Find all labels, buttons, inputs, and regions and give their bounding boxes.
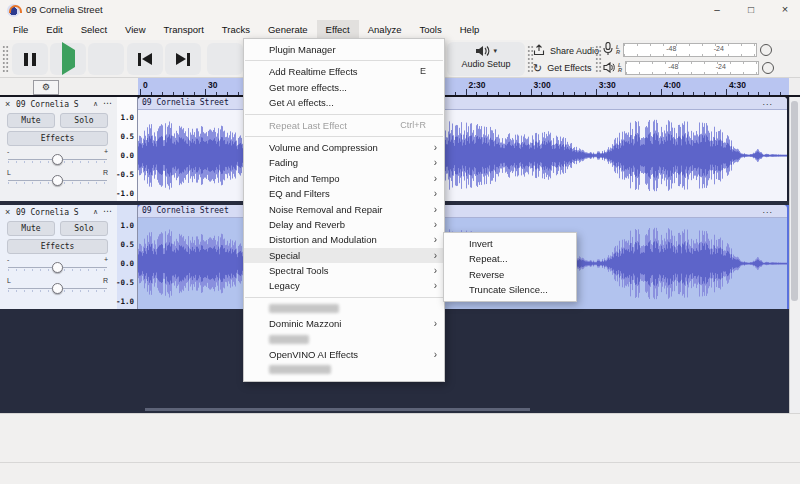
menubar-item-tracks[interactable]: Tracks	[213, 20, 259, 40]
pause-button[interactable]	[12, 43, 48, 75]
pan-slider-thumb[interactable]	[52, 175, 63, 186]
gain-slider[interactable]: -+	[7, 148, 108, 166]
menu-item-repeat[interactable]: Repeat...	[444, 251, 576, 266]
menubar-item-help[interactable]: Help	[451, 20, 489, 40]
menubar-item-view[interactable]: View	[116, 20, 154, 40]
share-icon	[533, 44, 545, 58]
submenu-arrow-icon: ›	[434, 278, 437, 293]
clip-header[interactable]: 09 Cornelia Street ...	[138, 205, 787, 218]
submenu-arrow-icon: ›	[434, 186, 437, 201]
meter-toolbar-grip[interactable]	[595, 45, 602, 73]
menu-item-repeat-last-effect[interactable]: Repeat Last EffectCtrl+R	[244, 118, 444, 133]
menu-item-reverse[interactable]: Reverse	[444, 267, 576, 282]
pan-slider-thumb[interactable]	[52, 283, 63, 294]
menu-item-eq-and-filters[interactable]: EQ and Filters›	[244, 186, 444, 201]
recording-volume-knob[interactable]	[760, 44, 772, 56]
playback-volume-knob[interactable]	[762, 62, 774, 74]
solo-button[interactable]: Solo	[60, 221, 108, 236]
menu-item-redacted[interactable]	[244, 362, 444, 377]
effects-button[interactable]: Effects	[7, 131, 108, 146]
menu-item-plugin-manager[interactable]: Plugin Manager	[244, 42, 444, 57]
track-close-icon[interactable]: ×	[5, 207, 10, 217]
menu-item-redacted[interactable]	[244, 332, 444, 347]
timeline-options-gear-button[interactable]: ⚙	[33, 80, 59, 95]
mute-button[interactable]: Mute	[7, 113, 55, 128]
vertical-scale-ruler[interactable]: 1.0 0.5 0.0 -0.5 -1.0	[117, 97, 138, 201]
record-button[interactable]	[207, 43, 243, 75]
menubar-item-select[interactable]: Select	[72, 20, 116, 40]
skip-to-end-icon	[176, 53, 190, 66]
submenu-arrow-icon: ›	[434, 316, 437, 331]
recording-meter[interactable]: LR -48-24	[603, 42, 789, 58]
track-collapse-icon[interactable]: ∧	[93, 100, 98, 108]
gain-slider[interactable]: -+	[7, 256, 108, 274]
menu-item-special[interactable]: Special›	[244, 248, 444, 263]
waveform[interactable]	[138, 110, 787, 201]
minimize-button[interactable]: –	[700, 0, 734, 20]
track-overflow-icon[interactable]: ⋯	[103, 98, 112, 108]
menubar-item-transport[interactable]: Transport	[155, 20, 213, 40]
maximize-button[interactable]: □	[734, 0, 768, 20]
menu-item-noise-removal-and-repair[interactable]: Noise Removal and Repair›	[244, 202, 444, 217]
menu-item-legacy[interactable]: Legacy›	[244, 278, 444, 293]
pan-slider[interactable]: LR	[7, 277, 108, 295]
track-overflow-icon[interactable]: ⋯	[103, 206, 112, 216]
gain-slider-thumb[interactable]	[52, 154, 63, 165]
menu-item-dominic-mazzoni[interactable]: Dominic Mazzoni›	[244, 316, 444, 331]
menu-item-truncate-silence[interactable]: Truncate Silence...	[444, 282, 576, 297]
menubar-item-file[interactable]: File	[4, 20, 37, 40]
menu-item-get-ai-effects[interactable]: Get AI effects...	[244, 95, 444, 110]
title-bar: 09 Cornelia Street – □ ×	[0, 0, 800, 20]
skip-to-start-button[interactable]	[127, 43, 163, 75]
menu-item-spectral-tools[interactable]: Spectral Tools›	[244, 263, 444, 278]
vertical-scrollbar-thumb[interactable]	[791, 101, 798, 301]
track-control-panel: × 09 Cornelia S ∧ ⋯ Mute Solo Effects -+…	[0, 205, 117, 309]
mute-button[interactable]: Mute	[7, 221, 55, 236]
play-button[interactable]	[50, 43, 86, 75]
clip-menu-icon[interactable]: ...	[762, 97, 773, 107]
effects-refresh-icon: ↻	[533, 62, 542, 75]
pan-slider[interactable]: LR	[7, 169, 108, 187]
menubar-item-analyze[interactable]: Analyze	[359, 20, 411, 40]
submenu-arrow-icon: ›	[434, 347, 437, 362]
playback-meter[interactable]: LR -48-24	[603, 60, 789, 76]
horizontal-scrollbar-thumb[interactable]	[145, 408, 530, 411]
track-close-icon[interactable]: ×	[5, 99, 10, 109]
clip-header[interactable]: 09 Cornelia Street ...	[138, 97, 787, 110]
timeline-ruler[interactable]: 0301:001:302:002:303:003:304:004:30	[138, 78, 789, 97]
vertical-scale-ruler[interactable]: 1.0 0.5 0.0 -0.5 -1.0	[117, 205, 138, 309]
menu-item-get-more-effects[interactable]: Get more effects...	[244, 80, 444, 95]
menu-item-openvino-ai-effects[interactable]: OpenVINO AI Effects›	[244, 347, 444, 362]
skip-to-end-button[interactable]	[165, 43, 201, 75]
get-effects-label: Get Effects	[547, 63, 591, 73]
menu-item-add-realtime-effects[interactable]: Add Realtime EffectsE	[244, 64, 444, 79]
effects-button[interactable]: Effects	[7, 239, 108, 254]
menubar-item-generate[interactable]: Generate	[259, 20, 317, 40]
audio-clip[interactable]: 09 Cornelia Street ...	[138, 97, 787, 201]
menu-item-delay-and-reverb[interactable]: Delay and Reverb›	[244, 217, 444, 232]
menu-item-pitch-and-tempo[interactable]: Pitch and Tempo›	[244, 171, 444, 186]
menu-item-fading[interactable]: Fading›	[244, 155, 444, 170]
menubar-item-edit[interactable]: Edit	[37, 20, 71, 40]
speaker-small-icon	[603, 59, 615, 77]
audacity-window: 09 Cornelia Street – □ × FileEditSelectV…	[0, 0, 800, 484]
window-title: 09 Cornelia Street	[26, 4, 103, 15]
solo-button[interactable]: Solo	[60, 113, 108, 128]
menu-item-invert[interactable]: Invert	[444, 236, 576, 251]
stop-button[interactable]	[88, 43, 124, 75]
menubar-item-tools[interactable]: Tools	[411, 20, 451, 40]
menu-item-redacted[interactable]	[244, 301, 444, 316]
track-name[interactable]: 09 Cornelia S	[16, 100, 94, 109]
gain-slider-thumb[interactable]	[52, 262, 63, 273]
ruler-corner	[789, 78, 800, 97]
menubar-item-effect[interactable]: Effect	[317, 20, 359, 40]
close-button[interactable]: ×	[768, 0, 800, 20]
audio-setup-button[interactable]: ▾ Audio Setup	[447, 42, 525, 76]
clip-menu-icon[interactable]: ...	[762, 205, 773, 215]
menu-item-volume-and-compression[interactable]: Volume and Compression›	[244, 140, 444, 155]
menu-item-distortion-and-modulation[interactable]: Distortion and Modulation›	[244, 232, 444, 247]
track-collapse-icon[interactable]: ∧	[93, 208, 98, 216]
menu-separator	[245, 297, 443, 298]
transport-toolbar-grip[interactable]	[2, 45, 9, 73]
track-name[interactable]: 09 Cornelia S	[16, 208, 94, 217]
